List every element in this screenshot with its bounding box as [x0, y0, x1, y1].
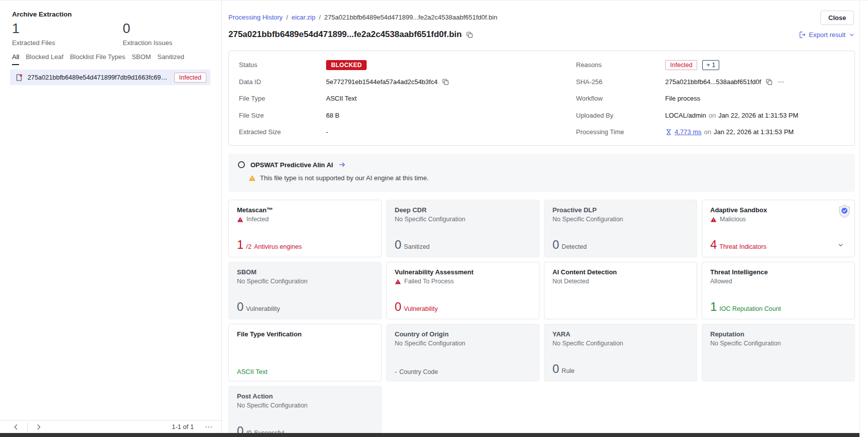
- sha256-more-button[interactable]: ⋯: [778, 78, 785, 86]
- breadcrumb-link-processing-history[interactable]: Processing History: [228, 14, 282, 21]
- detail-row-file-type: File Type ASCII Text: [239, 90, 576, 107]
- copy-icon[interactable]: [466, 31, 473, 39]
- card-metric: 1/2Antivirus engines: [237, 239, 373, 251]
- engine-card-sbom[interactable]: SBOMNo Specific Configuration0Vulnerabil…: [228, 262, 382, 319]
- metric-value: 0: [395, 301, 401, 313]
- opswat-logo-icon: [237, 161, 245, 169]
- engine-card-post-action[interactable]: Post ActionNo Specific Configuration0/0S…: [228, 386, 382, 437]
- scrollbar-gutter[interactable]: [859, 1, 868, 433]
- details-right-column: Reasons Infected + 1 SHA-256 275a021bbfb…: [576, 57, 854, 145]
- card-status-text: Failed To Process: [404, 278, 454, 285]
- engine-card-proactive-dlp[interactable]: Proactive DLPNo Specific Configuration0D…: [544, 200, 697, 257]
- workflow-value: File process: [665, 95, 700, 102]
- copy-icon[interactable]: [765, 78, 773, 86]
- engine-card-threat-intelligence[interactable]: Threat IntelligenceAllowed1IOC Reputatio…: [702, 262, 855, 319]
- extracted-size-value: -: [326, 128, 328, 136]
- page-title: 275a021bbfb6489e54d471899...fe2a2c4538aa…: [228, 30, 462, 40]
- tab-blocked-leaf[interactable]: Blocked Leaf: [26, 53, 63, 65]
- metric-label: Sanitized: [404, 244, 429, 250]
- card-status: Allowed: [710, 278, 846, 285]
- engine-card-vulnerability-assessment[interactable]: Vulnerability AssessmentFailed To Proces…: [386, 262, 539, 319]
- card-metric: 1IOC Reputation Count: [710, 301, 846, 313]
- metric-value: 4: [710, 239, 717, 251]
- export-icon: [798, 31, 806, 39]
- extracted-file-list: 275a021bbfb6489e54d471899f7db9d1663fc695…: [10, 70, 210, 85]
- reason-badge: Infected: [665, 60, 697, 70]
- card-title: Post Action: [237, 392, 373, 400]
- card-status-text: No Specific Configuration: [710, 340, 781, 347]
- metric-value: 0: [552, 239, 559, 251]
- shield-check-icon: [838, 205, 850, 220]
- alert-triangle-icon: [710, 216, 717, 223]
- breadcrumb: Processing History / eicar.zip / 275a021…: [228, 14, 497, 21]
- pagination-divider: [27, 422, 28, 431]
- data-id-value: 5e772791eb1544efa57a4ad2c54b3fc4: [326, 78, 438, 86]
- file-list-item[interactable]: 275a021bbfb6489e54d471899f7db9d1663fc695…: [10, 70, 210, 85]
- alert-triangle-icon: [237, 216, 243, 223]
- card-status-text: No Specific Configuration: [237, 402, 308, 409]
- detail-row-uploaded-by: Uploaded By LOCAL/admin on Jan 22, 2026 …: [576, 107, 854, 124]
- card-metric: 0Detected: [552, 239, 689, 251]
- file-filter-tabs: AllBlocked LeafBlocklist File TypesSBOMS…: [12, 53, 184, 65]
- metric-value: 0: [552, 363, 559, 375]
- pagination-more-button[interactable]: ⋯: [205, 423, 213, 430]
- detail-row-processing-time: Processing Time 4,773 ms on Jan 22, 2026…: [576, 124, 854, 141]
- tab-sanitized[interactable]: Sanitized: [157, 53, 184, 65]
- metric-label: Country Code: [399, 369, 438, 375]
- detail-row-workflow: Workflow File process: [576, 90, 854, 107]
- metric-value: ASCII Text: [237, 368, 267, 375]
- breadcrumb-current: 275a021bbfb6489e54d471899...fe2a2c4538aa…: [324, 14, 497, 21]
- chevron-down-icon[interactable]: [837, 241, 844, 249]
- engine-card-yara[interactable]: YARANo Specific Configuration0Rule: [544, 324, 697, 381]
- tab-sbom[interactable]: SBOM: [132, 53, 151, 65]
- processing-time-date: Jan 22, 2026 at 1:31:53 PM: [714, 128, 794, 136]
- uploaded-by-date: Jan 22, 2026 at 1:31:53 PM: [718, 112, 798, 119]
- metric-label: Vulnerability: [404, 306, 438, 312]
- card-title: Proactive DLP: [552, 206, 689, 214]
- card-metric: 0Rule: [552, 363, 689, 375]
- engine-card-adaptive-sandbox[interactable]: Adaptive SandboxMalicious4Threat Indicat…: [702, 200, 855, 257]
- engine-card-deep-cdr[interactable]: Deep CDRNo Specific Configuration0Saniti…: [386, 200, 539, 257]
- card-status-text: Allowed: [710, 278, 732, 285]
- close-button[interactable]: Close: [820, 11, 854, 25]
- engine-card-country-of-origin[interactable]: Country of OriginNo Specific Configurati…: [386, 324, 539, 381]
- card-status-text: Not Detected: [552, 278, 589, 285]
- file-type-value: ASCII Text: [326, 95, 357, 102]
- metric-value: -: [395, 368, 397, 375]
- engine-card-ai-content-detection[interactable]: AI Content DetectionNot Detected: [544, 262, 697, 319]
- card-status: Failed To Process: [395, 278, 531, 285]
- tab-all[interactable]: All: [12, 53, 19, 65]
- card-metric: 0Vulnerability: [237, 301, 373, 313]
- export-result-label: Export result: [809, 31, 845, 39]
- taskbar-edge: [0, 433, 859, 437]
- uploaded-by-user: LOCAL/admin: [665, 112, 706, 119]
- tab-blocklist-file-types[interactable]: Blocklist File Types: [70, 53, 125, 65]
- card-status-text: No Specific Configuration: [552, 340, 623, 347]
- processing-time-link[interactable]: 4,773 ms: [675, 128, 701, 136]
- copy-icon[interactable]: [442, 78, 449, 86]
- detail-row-data-id: Data ID 5e772791eb1544efa57a4ad2c54b3fc4: [239, 74, 576, 91]
- breadcrumb-separator: /: [319, 14, 321, 21]
- card-metric: 4Threat Indicators: [710, 239, 846, 251]
- engine-card-metascan[interactable]: Metascan™Infected1/2Antivirus engines: [228, 200, 382, 257]
- engine-card-reputation[interactable]: ReputationNo Specific Configuration: [702, 324, 855, 381]
- engine-card-file-type-verification[interactable]: File Type VerificationASCII Text: [228, 324, 382, 381]
- reason-extra-badge[interactable]: + 1: [702, 60, 719, 70]
- sha256-value: 275a021bbfb64...538aabf651fd0f: [665, 78, 761, 86]
- status-badge: Infected: [174, 73, 206, 83]
- breadcrumb-link-archive[interactable]: eicar.zip: [292, 14, 316, 21]
- hourglass-icon: [665, 129, 672, 136]
- card-title: Adaptive Sandbox: [710, 206, 846, 214]
- next-page-button[interactable]: [35, 423, 43, 431]
- status-badge: BLOCKED: [326, 60, 367, 70]
- prev-page-button[interactable]: [12, 423, 20, 431]
- card-title: Reputation: [710, 330, 846, 338]
- title-row: 275a021bbfb6489e54d471899...fe2a2c4538aa…: [228, 30, 855, 40]
- export-result-button[interactable]: Export result: [798, 31, 855, 39]
- arrow-right-icon[interactable]: [338, 161, 346, 169]
- card-status: No Specific Configuration: [395, 340, 531, 347]
- card-title: Country of Origin: [395, 330, 531, 338]
- panel-title: Archive Extraction: [12, 11, 72, 18]
- card-title: AI Content Detection: [552, 268, 689, 276]
- file-name: 275a021bbfb6489e54d471899f7db9d1663fc695…: [28, 74, 170, 81]
